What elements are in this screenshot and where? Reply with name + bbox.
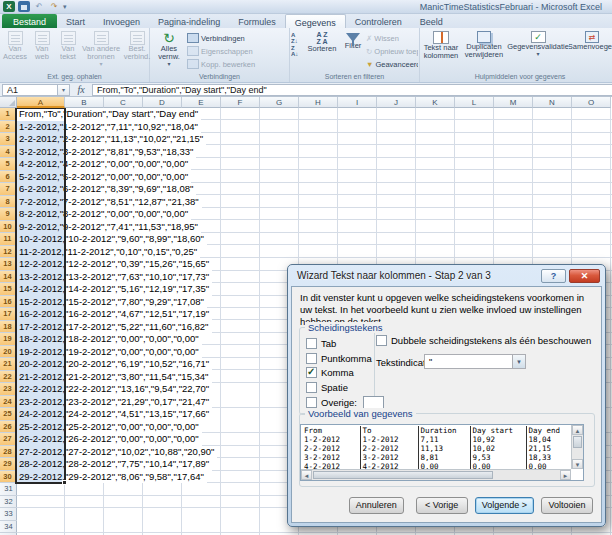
formula-input[interactable]: From,"To","Duration","Day start","Day en… <box>92 84 612 96</box>
data-preview-box[interactable]: FromToDurationDay startDay end1-2-20121-… <box>300 424 584 481</box>
ribbon-group-sorteren-filteren: AZ↓ ZA↓ A ZZ A Sorteren Filter ✗ Wissen <box>290 28 420 82</box>
van-web-button[interactable]: Van web <box>29 29 55 71</box>
column-header-C[interactable]: C <box>104 97 143 108</box>
preview-vertical-scrollbar[interactable]: ▲ ▼ <box>571 425 583 469</box>
hscroll-thumb[interactable] <box>313 471 493 479</box>
tab-start[interactable]: Start <box>57 14 94 28</box>
bestaande-verbindingen-button[interactable]: Best. verbind. <box>123 29 151 71</box>
scroll-down-icon[interactable]: ▼ <box>572 459 583 469</box>
column-header-I[interactable]: I <box>338 97 377 108</box>
scroll-right-icon[interactable]: ► <box>560 470 571 480</box>
select-all-corner[interactable] <box>0 97 17 108</box>
column-header-D[interactable]: D <box>143 97 182 108</box>
group-label: Ext. geg. ophalen <box>0 71 149 82</box>
tab-beeld[interactable]: Beeld <box>411 14 452 28</box>
fill-handle[interactable] <box>62 480 67 485</box>
column-header-G[interactable]: G <box>260 97 299 108</box>
delimiter-checkbox-tab[interactable]: Tab <box>306 338 336 349</box>
text-qualifier-combobox[interactable]: " ▼ <box>424 354 526 369</box>
geavanceerd-button[interactable]: ▼ Geavanceerd <box>366 58 418 70</box>
delimiter-checkbox-puntkomma[interactable]: Puntkomma <box>306 353 372 364</box>
insert-function-icon[interactable]: fx <box>70 84 92 95</box>
column-headers: ABCDEFGHIJKLMNO <box>0 97 612 108</box>
column-header-M[interactable]: M <box>494 97 533 108</box>
combo-dropdown-icon[interactable]: ▼ <box>512 354 526 369</box>
column-header-J[interactable]: J <box>377 97 416 108</box>
text-file-icon <box>61 31 76 45</box>
checkbox-label: Komma <box>321 367 354 378</box>
tab-invoegen[interactable]: Invoegen <box>94 14 149 28</box>
refresh-icon: ↻ <box>163 31 175 45</box>
dialog-title-bar[interactable]: Wizard Tekst naar kolommen - Stap 2 van … <box>288 265 605 286</box>
tekst-naar-kolommen-button[interactable]: Tekst naar kolommen <box>421 29 461 71</box>
formula-bar: A1 ▾ fx From,"To","Duration","Day start"… <box>0 83 612 97</box>
preview-data-row: 3-2-20123-2-20128,819,5318,33 <box>302 453 584 462</box>
column-header-N[interactable]: N <box>533 97 572 108</box>
preview-group-label: Voorbeeld van gegevens <box>305 408 416 419</box>
delimiters-group-label: Scheidingstekens <box>305 322 385 333</box>
tab-controleren[interactable]: Controleren <box>346 14 411 28</box>
name-box[interactable]: A1 <box>2 84 58 96</box>
data-sources-icon <box>94 31 109 45</box>
delimiters-groupbox: Scheidingstekens TabPuntkommaKommaSpatie… <box>299 327 375 415</box>
column-header-K[interactable]: K <box>416 97 455 108</box>
vorige-button[interactable]: < Vorige <box>416 497 468 514</box>
name-box-dropdown-icon[interactable]: ▾ <box>58 84 70 96</box>
annuleren-button[interactable]: Annuleren <box>349 497 404 514</box>
filter-button[interactable]: Filter <box>340 29 366 71</box>
column-header-H[interactable]: H <box>299 97 338 108</box>
dialog-close-button[interactable]: ✕ <box>569 269 600 283</box>
delimiter-checkbox-komma[interactable]: Komma <box>306 367 354 378</box>
scroll-up-icon[interactable]: ▲ <box>572 425 583 435</box>
delimiter-checkbox-spatie[interactable]: Spatie <box>306 382 348 393</box>
tab-gegevens[interactable]: Gegevens <box>285 14 346 28</box>
column-header-L[interactable]: L <box>455 97 494 108</box>
sorteren-button[interactable]: A ZZ A Sorteren <box>304 29 340 71</box>
tab-bestand[interactable]: Bestand <box>2 14 57 28</box>
verbindingen-button[interactable]: Verbindingen <box>187 32 283 44</box>
volgende-button[interactable]: Volgende > <box>475 497 534 514</box>
tab-formules[interactable]: Formules <box>229 14 285 28</box>
opnieuw-toepassen-button[interactable]: ↻ Opnieuw toep. <box>366 45 418 57</box>
row-number-32[interactable]: 32 <box>0 496 17 509</box>
scroll-left-icon[interactable]: ◄ <box>301 470 312 480</box>
column-header-F[interactable]: F <box>221 97 260 108</box>
wissen-button[interactable]: ✗ Wissen <box>366 32 418 44</box>
eigenschappen-button[interactable]: Eigenschappen <box>187 45 283 57</box>
verbindingen-small-buttons: Verbindingen Eigenschappen Kopp. bewerke… <box>187 29 283 71</box>
checkbox-label: Tab <box>321 338 336 349</box>
dialog-body: In dit venster kunt u opgeven welke sche… <box>291 286 602 523</box>
vscroll-thumb[interactable] <box>573 436 582 448</box>
gegevensvalidatie-button[interactable]: ✓ Gegevensvalidatie ▾ <box>507 29 569 71</box>
row-number-34[interactable]: 34 <box>0 521 17 534</box>
dialog-help-button[interactable]: ? <box>541 269 566 283</box>
column-header-A[interactable]: A <box>17 97 65 108</box>
consecutive-delimiters-checkbox[interactable]: Dubbele scheidingstekens als één beschou… <box>376 335 591 346</box>
voltooien-button[interactable]: Voltooien <box>541 497 593 514</box>
sorteer-oplopend-button[interactable]: AZ↓ <box>291 32 304 44</box>
preview-cell: 7,11 <box>418 435 470 444</box>
row-number-31[interactable]: 31 <box>0 483 17 496</box>
sort-az-icon: AZ↓ <box>291 32 298 44</box>
van-tekst-button[interactable]: Van tekst <box>55 29 81 71</box>
van-andere-bronnen-button[interactable]: Van andere bronnen ▾ <box>81 29 121 71</box>
funnel-icon <box>346 33 360 42</box>
preview-cell: To <box>360 426 418 435</box>
excel-window: X ↶ ↷ ▾ ManicTimeStatisticsFebruari - Mi… <box>0 0 612 535</box>
van-access-button[interactable]: Van Access <box>1 29 29 71</box>
tab-pagina-indeling[interactable]: Pagina-indeling <box>149 14 229 28</box>
duplicaten-verwijderen-button[interactable]: Duplicaten verwijderen <box>461 29 507 71</box>
samenvoegen-button[interactable]: ⇄ Samenvoegen <box>569 29 612 71</box>
koppelingen-bewerken-button[interactable]: Kopp. bewerken <box>187 58 283 70</box>
column-header-O[interactable]: O <box>572 97 611 108</box>
column-header-B[interactable]: B <box>65 97 104 108</box>
checkbox-label: Puntkomma <box>321 353 372 364</box>
alles-vernieuwen-button[interactable]: ↻ Alles vernw. ▾ <box>151 29 187 71</box>
dialog-title: Wizard Tekst naar kolommen - Stap 2 van … <box>297 270 541 281</box>
row-number-33[interactable]: 33 <box>0 508 17 521</box>
clear-filter-icon: ✗ <box>366 34 372 43</box>
preview-horizontal-scrollbar[interactable]: ◄ ► <box>301 469 571 480</box>
column-header-E[interactable]: E <box>182 97 221 108</box>
sorteer-aflopend-button[interactable]: ZA↓ <box>291 45 304 57</box>
preview-cell: 1-2-2012 <box>302 435 360 444</box>
